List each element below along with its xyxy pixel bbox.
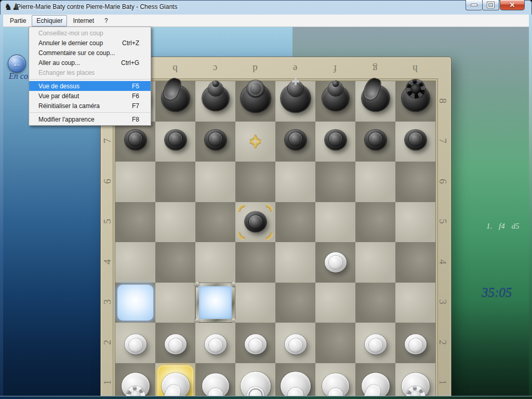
file-label-top: g	[373, 63, 378, 74]
menu-item-commentaire-sur-ce-coup[interactable]: Commentaire sur ce coup...	[29, 48, 151, 58]
piece-head	[409, 132, 422, 146]
rank-label-left: 7	[102, 139, 113, 144]
maximize-button[interactable]	[482, 0, 499, 10]
board-square-f6[interactable]	[315, 162, 355, 202]
board-square-a2[interactable]	[115, 323, 155, 363]
board-square-d8[interactable]	[235, 81, 275, 122]
title-bar[interactable]: ♞♟ Pierre-Marie Baty contre Pierre-Marie…	[0, 0, 532, 15]
board-square-d4[interactable]	[235, 242, 275, 283]
board-square-b6[interactable]	[155, 162, 195, 202]
board-square-b5[interactable]	[155, 202, 195, 243]
menu-item-label: Modifier l'apparence	[38, 116, 95, 123]
file-label-top: b	[172, 63, 178, 74]
menu-item-vue-par-d-faut[interactable]: Vue par défautF6	[29, 91, 151, 101]
menu-item-annuler-le-dernier-coup[interactable]: Annuler le dernier coupCtrl+Z	[29, 38, 151, 48]
maximize-icon	[487, 2, 494, 8]
close-button[interactable]: ✕	[500, 0, 525, 10]
board-square-h5[interactable]	[395, 202, 435, 243]
board-square-h3[interactable]	[395, 283, 435, 323]
board-square-g6[interactable]	[355, 162, 395, 202]
board-square-h1[interactable]	[395, 363, 435, 396]
board-square-g5[interactable]	[355, 202, 395, 243]
board-square-d3[interactable]	[235, 283, 275, 323]
board-square-e8[interactable]	[275, 81, 315, 122]
menu-item-modifier-l-apparence[interactable]: Modifier l'apparenceF8	[29, 114, 151, 124]
board-square-e1[interactable]	[275, 363, 315, 396]
hover-move-frame	[196, 283, 235, 323]
board-square-f2[interactable]	[315, 323, 355, 363]
window-edge-right	[529, 15, 532, 399]
rank-label-right: 6	[437, 179, 448, 184]
board-square-c7[interactable]	[195, 122, 235, 162]
board-square-e7[interactable]	[275, 122, 315, 162]
board-square-e3[interactable]	[275, 283, 315, 323]
board-square-a3[interactable]	[115, 283, 155, 323]
board-square-h7[interactable]	[395, 122, 435, 162]
menu-item-label: Conseillez-moi un coup	[38, 30, 103, 37]
board-square-h8[interactable]	[395, 81, 435, 122]
board-square-h6[interactable]	[395, 162, 435, 202]
piece-head	[249, 338, 262, 352]
board-square-f7[interactable]	[315, 122, 355, 162]
minimize-button[interactable]	[466, 0, 482, 10]
board-square-g4[interactable]	[355, 242, 395, 283]
board-square-e2[interactable]	[275, 323, 315, 363]
board-square-h2[interactable]	[395, 323, 435, 363]
menu-item-vue-de-dessus[interactable]: Vue de dessusF5	[29, 81, 151, 91]
board-square-a5[interactable]	[115, 202, 155, 243]
board-square-b7[interactable]	[155, 122, 195, 162]
board-square-b2[interactable]	[155, 323, 195, 363]
menu-item-aller-au-coup[interactable]: Aller au coup...Ctrl+G	[29, 58, 151, 68]
rank-label-right: 3	[437, 300, 448, 305]
board-square-g1[interactable]	[355, 363, 395, 396]
board-square-f3[interactable]	[315, 283, 355, 323]
board-square-c3[interactable]	[195, 283, 235, 323]
board-square-a7[interactable]	[115, 122, 155, 162]
menubar-item-help[interactable]: ?	[100, 15, 113, 26]
board-square-e5[interactable]	[275, 202, 315, 243]
board-square-b4[interactable]	[155, 242, 195, 283]
rank-label-left: 3	[102, 300, 113, 305]
menubar-item-partie[interactable]: Partie	[5, 15, 31, 26]
board-square-a1[interactable]	[115, 363, 155, 396]
board-square-d1[interactable]	[235, 363, 275, 396]
menubar-item-internet[interactable]: Internet	[68, 15, 99, 26]
board-square-c1[interactable]	[195, 363, 235, 396]
board-square-b3[interactable]	[155, 283, 195, 323]
board-square-c2[interactable]	[195, 323, 235, 363]
board-square-f8[interactable]	[315, 81, 355, 122]
menu-item-shortcut: F6	[132, 92, 139, 100]
board-square-d6[interactable]	[235, 162, 275, 202]
menu-item-conseillez-moi-un-coup[interactable]: Conseillez-moi un coup	[29, 28, 151, 38]
board-square-g3[interactable]	[355, 283, 395, 323]
board-square-d2[interactable]	[235, 323, 275, 363]
board-square-g8[interactable]	[355, 81, 395, 122]
menu-item-shortcut: Ctrl+G	[121, 59, 139, 66]
board-square-f5[interactable]	[315, 202, 355, 243]
board-square-g7[interactable]	[355, 122, 395, 162]
board-square-e4[interactable]	[275, 242, 315, 283]
board-square-b1[interactable]	[155, 363, 195, 396]
board-square-a6[interactable]	[115, 162, 155, 202]
menu-item-r-initialiser-la-cam-ra[interactable]: Réinitialiser la caméraF7	[29, 101, 151, 111]
board-square-h4[interactable]	[395, 242, 435, 283]
board-square-e6[interactable]	[275, 162, 315, 202]
board-square-f4[interactable]	[315, 242, 355, 283]
board-square-d5[interactable]	[235, 202, 275, 243]
close-icon: ✕	[510, 2, 515, 8]
board-squares	[115, 81, 436, 396]
back-button[interactable]: ←	[8, 55, 26, 73]
board-square-a4[interactable]	[115, 242, 155, 283]
board-square-c4[interactable]	[195, 242, 235, 283]
board-square-c6[interactable]	[195, 162, 235, 202]
menubar-item-echiquier[interactable]: Echiquier	[32, 15, 67, 26]
rank-label-right: 5	[437, 219, 448, 224]
menu-item-echanger-les-places[interactable]: Echanger les places	[29, 68, 151, 77]
board-square-c5[interactable]	[195, 202, 235, 243]
board-square-d7[interactable]	[235, 122, 275, 162]
board-square-b8[interactable]	[155, 81, 195, 122]
king-cross	[292, 78, 299, 85]
board-square-g2[interactable]	[355, 323, 395, 363]
board-square-f1[interactable]	[315, 363, 355, 396]
board-square-c8[interactable]	[195, 81, 235, 122]
